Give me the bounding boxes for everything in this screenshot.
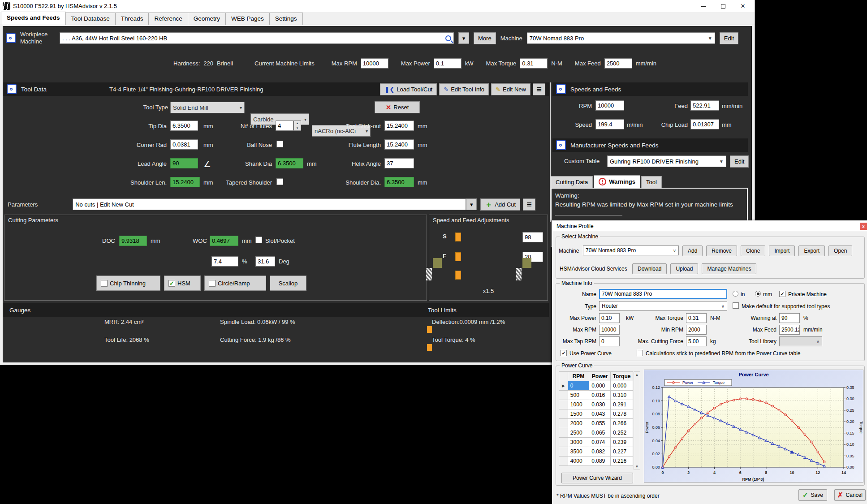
rpm-field[interactable]: 10000 [595, 100, 624, 111]
custom-table-combo[interactable]: Guhring-RF100 DRIVER Finishing▼ [607, 155, 726, 167]
f-slider-handle[interactable] [455, 252, 461, 261]
clone-button[interactable]: Clone [741, 246, 765, 256]
material-combo[interactable]: . . . A36, 44W Hot Roll Steel 160-220 HB [60, 32, 454, 44]
hsm-toggle[interactable]: HSM [164, 276, 201, 291]
calc-stick-checkbox[interactable] [637, 350, 643, 356]
dialog-machine-combo[interactable]: 70W Nomad 883 Pro∨ [583, 246, 679, 255]
engagement-slider-handle[interactable] [455, 271, 461, 280]
tab-cutting-data[interactable]: Cutting Data [551, 176, 593, 189]
make-default-checkbox[interactable] [733, 302, 739, 309]
cancel-button[interactable]: ✗Cancel [834, 489, 866, 501]
dlg-max-power-field[interactable]: 0.10 [599, 313, 620, 323]
max-cutting-force-field[interactable]: 5.00 [686, 336, 707, 346]
cut-combo[interactable]: No cuts | Edit New Cut [73, 198, 466, 210]
helix-angle-field[interactable]: 37 [384, 158, 414, 168]
minimize-button[interactable] [694, 0, 713, 12]
save-button[interactable]: ✓Save [798, 489, 827, 501]
tab-tool-database[interactable]: Tool Database [65, 13, 116, 25]
name-field[interactable]: 70W Nomad 883 Pro [599, 289, 727, 299]
woc-field[interactable]: 0.4697 [210, 236, 238, 246]
custom-table-edit-button[interactable]: Edit [730, 155, 749, 168]
tab-settings[interactable]: Settings [269, 13, 303, 25]
type-combo[interactable]: Router∨ [599, 301, 727, 311]
dlg-max-feed-field[interactable]: 2500.12 [779, 325, 800, 335]
woc-percent-field[interactable]: 7.4 [211, 256, 238, 267]
power-table-row[interactable]: 10000.0300.291 [559, 400, 633, 409]
slot-pocket-checkbox[interactable] [255, 237, 262, 243]
tool-torque-limit-handle[interactable] [427, 344, 432, 351]
max-feed-field[interactable]: 2500 [604, 58, 632, 69]
cut-dropdown-button[interactable]: ▾ [466, 198, 477, 210]
warning-at-field[interactable]: 90 [779, 313, 800, 323]
collapse-tool-data-icon[interactable]: » [7, 84, 17, 94]
machine-edit-button[interactable]: Edit [720, 32, 738, 44]
max-rpm-field[interactable]: 10000 [361, 58, 388, 69]
load-tool-cut-button[interactable]: ❚❮Load Tool/Cut [380, 83, 437, 95]
chip-load-field[interactable]: 0.01307 [690, 119, 719, 129]
unit-mm-radio[interactable] [755, 291, 761, 297]
add-button[interactable]: Add [682, 246, 703, 256]
parameters-menu-icon[interactable]: ≡ [523, 198, 535, 211]
s-slider-handle[interactable] [455, 233, 461, 241]
deflection-limit-handle[interactable] [427, 326, 432, 333]
max-torque-field[interactable]: 0.31 [520, 58, 548, 69]
s-value-field[interactable]: 98 [522, 232, 543, 242]
engagement-deg-field[interactable]: 31.6 [255, 256, 275, 267]
power-table-row[interactable]: 20000.0550.266 [559, 419, 633, 428]
dialog-close-button[interactable]: x [860, 223, 867, 230]
power-curve-wizard-button[interactable]: Power Curve Wizard [561, 473, 633, 483]
reset-button[interactable]: ✕Reset [375, 101, 420, 113]
cloud-upload-button[interactable]: Upload [670, 263, 698, 274]
tab-speeds-and-feeds[interactable]: Speeds and Feeds [1, 12, 66, 25]
stickout-field[interactable]: 15.2400 [384, 121, 414, 131]
machine-combo[interactable]: 70W Nomad 883 Pro ▼ [527, 32, 715, 44]
doc-field[interactable]: 9.9318 [119, 236, 147, 246]
chip-thinning-toggle[interactable]: Chip Thinning [96, 276, 160, 291]
shoulder-dia-field[interactable]: 6.3500 [384, 177, 414, 187]
power-table-row[interactable]: 40000.0890.216 [559, 457, 633, 466]
tab-threads[interactable]: Threads [115, 13, 149, 25]
power-table-row[interactable]: 35000.0820.227 [559, 447, 633, 457]
power-table-scrollbar[interactable]: ▲▼ [634, 371, 640, 470]
scallop-button[interactable]: Scallop [270, 276, 306, 291]
feed-field[interactable]: 522.91 [690, 100, 719, 111]
min-rpm-field[interactable]: 2000 [686, 325, 707, 335]
cloud-manage-machines-button[interactable]: Manage Machines [702, 263, 756, 274]
tab-warnings[interactable]: !Warnings [594, 175, 640, 189]
flute-len-field[interactable]: 15.2400 [384, 139, 414, 150]
dlg-max-torque-field[interactable]: 0.31 [686, 313, 707, 323]
collapse-speeds-icon[interactable]: » [556, 84, 566, 94]
hsm-checkbox[interactable] [168, 280, 175, 287]
material-dropdown-button[interactable]: ▾ [458, 32, 469, 44]
collapse-manufacturer-icon[interactable]: » [556, 140, 566, 150]
tool-menu-icon[interactable]: ≡ [533, 83, 545, 95]
tab-geometry[interactable]: Geometry [188, 13, 226, 25]
search-icon[interactable] [445, 35, 451, 41]
import-button[interactable]: Import [769, 246, 795, 256]
speed-field[interactable]: 199.4 [595, 119, 624, 129]
tool-type-combo[interactable]: Solid End Mill▾ [170, 102, 245, 113]
tab-web-pages[interactable]: WEB Pages [225, 13, 270, 25]
tab-reference[interactable]: Reference [148, 13, 188, 25]
use-power-curve-checkbox[interactable] [561, 350, 567, 356]
maximize-button[interactable] [713, 0, 733, 12]
tool-library-combo[interactable]: ∨ [779, 336, 822, 346]
scroll-down-icon[interactable]: ▼ [635, 465, 639, 469]
unit-in-radio[interactable] [733, 291, 738, 297]
power-table-row[interactable]: 5000.0160.310 [559, 391, 633, 400]
scroll-up-icon[interactable]: ▲ [635, 373, 639, 377]
close-button[interactable]: ✕ [733, 0, 753, 12]
dlg-max-rpm-field[interactable]: 10000 [599, 325, 620, 335]
circle-ramp-checkbox[interactable] [209, 280, 216, 287]
private-machine-checkbox[interactable] [779, 291, 785, 297]
power-table-row[interactable]: 25000.0650.252 [559, 428, 633, 438]
collapse-workpiece-icon[interactable]: » [6, 33, 16, 43]
remove-button[interactable]: Remove [706, 246, 737, 256]
edit-tool-info-button[interactable]: ✎Edit Tool Info [439, 83, 489, 95]
max-tap-rpm-field[interactable]: 0 [599, 336, 620, 346]
power-table-row[interactable]: 15000.0430.278 [559, 409, 633, 419]
chip-thinning-checkbox[interactable] [101, 280, 108, 287]
power-table-row[interactable]: ▶00.0000.000 [559, 381, 633, 391]
more-button[interactable]: More [474, 32, 496, 44]
max-power-field[interactable]: 0.1 [434, 58, 462, 69]
